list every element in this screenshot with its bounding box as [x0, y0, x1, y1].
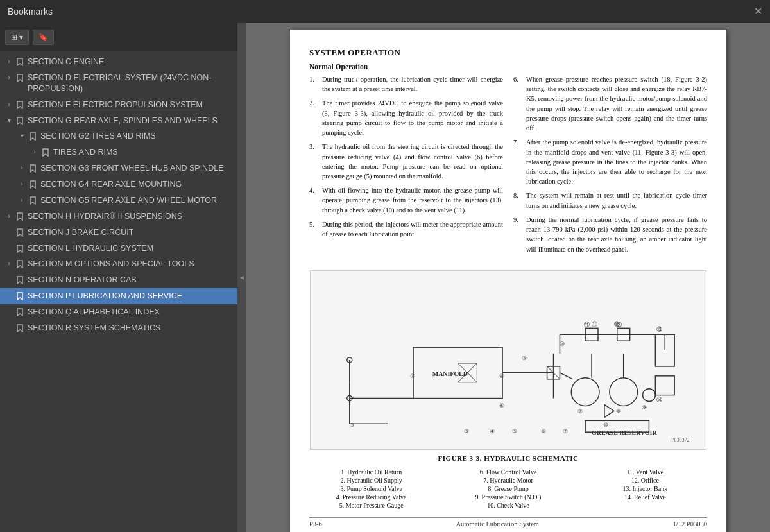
list-item: 4.With oil flowing into the hydraulic mo…: [309, 185, 503, 215]
figure-caption: FIGURE 3-3. HYDRAULIC SCHEMATIC: [309, 454, 707, 462]
sidebar-item-section-m[interactable]: › SECTION M OPTIONS AND SPECIAL TOOLS: [0, 256, 237, 272]
legend-item: 3. Pump Solenoid Valve: [309, 485, 433, 492]
item-label: SECTION G4 REAR AXLE MOUNTING: [40, 179, 232, 190]
list-number: 5.: [309, 219, 318, 239]
sidebar-item-section-g2[interactable]: ▾ SECTION G2 TIRES AND RIMS: [0, 128, 237, 144]
sidebar-item-section-g4[interactable]: › SECTION G4 REAR AXLE MOUNTING: [0, 176, 237, 193]
svg-text:⑥: ⑥: [499, 402, 504, 409]
item-label: SECTION N OPERATOR CAB: [28, 275, 232, 286]
item-label: SECTION J BRAKE CIRCUIT: [28, 227, 232, 238]
svg-text:⑦: ⑦: [563, 428, 568, 434]
list-text: During the normal lubrication cycle, if …: [526, 215, 707, 254]
legend-item: 5. Motor Pressure Gauge: [309, 502, 433, 509]
collapse-handle[interactable]: [237, 23, 246, 532]
svg-text:⑭: ⑭: [656, 396, 662, 402]
item-label: SECTION E ELECTRIC PROPULSION SYSTEM: [28, 99, 232, 110]
view-options-button[interactable]: ⊞ ▾: [5, 30, 29, 45]
svg-text:MANIFOLD: MANIFOLD: [432, 370, 468, 377]
bookmark-icon: [15, 117, 24, 125]
expand-icon: ▾: [3, 116, 15, 124]
dropdown-arrow-icon: ▾: [19, 33, 23, 42]
svg-text:⑫: ⑫: [614, 321, 620, 327]
right-column: 6.When grease pressure reaches pressure …: [513, 74, 707, 259]
sidebar-item-section-h[interactable]: › SECTION H HYDRAIR® II SUSPENSIONS: [0, 209, 237, 225]
list-number: 7.: [513, 137, 522, 186]
svg-text:⑧: ⑧: [616, 408, 621, 415]
bookmark-icon: [15, 324, 24, 332]
bookmark-icon: [41, 148, 50, 157]
bookmark-icon: 🔖: [38, 33, 48, 42]
item-label: SECTION H HYDRAIR® II SUSPENSIONS: [28, 211, 232, 222]
bookmark-icon: [15, 260, 24, 268]
item-label: SECTION Q ALPHABETICAL INDEX: [28, 307, 232, 318]
legend-col-1: 1. Hydraulic Oil Return2. Hydraulic Oil …: [309, 468, 433, 510]
bookmark-icon: [15, 276, 24, 284]
sidebar-item-section-c[interactable]: › SECTION C ENGINE: [0, 54, 237, 70]
bookmark-icon: [15, 74, 24, 82]
page-wrapper: SYSTEM OPERATION Normal Operation 1.Duri…: [246, 23, 770, 532]
item-label: SECTION G2 TIRES AND RIMS: [40, 131, 232, 142]
list-item: 5.During this period, the injectors will…: [309, 219, 503, 239]
sidebar-item-section-n[interactable]: SECTION N OPERATOR CAB: [0, 272, 237, 288]
list-number: 9.: [513, 215, 522, 254]
legend-col-3: 11. Vent Valve12. Orifice13. Injector Ba…: [583, 468, 707, 510]
list-number: 6.: [513, 74, 522, 133]
legend-area: 1. Hydraulic Oil Return2. Hydraulic Oil …: [309, 468, 707, 510]
left-list: 1.During truck operation, the lubricatio…: [309, 74, 503, 239]
svg-rect-0: [311, 271, 705, 449]
content-columns: 1.During truck operation, the lubricatio…: [309, 74, 707, 259]
diagram-container: 2 3 MANIFOLD ① ④ ⑤: [310, 270, 706, 450]
list-item: 3.The hydraulic oil from the steering ci…: [309, 142, 503, 181]
footer-center: Automatic Lubrication System: [456, 520, 538, 528]
legend-item: 1. Hydraulic Oil Return: [309, 468, 433, 476]
right-list: 6.When grease pressure reaches pressure …: [513, 74, 707, 254]
svg-text:P030372: P030372: [671, 437, 689, 443]
expand-icon: ›: [15, 180, 28, 188]
svg-text:⑬: ⑬: [656, 326, 662, 332]
expand-icon: ›: [3, 57, 15, 65]
sidebar-item-section-d[interactable]: › SECTION D ELECTRICAL SYSTEM (24VDC NON…: [0, 70, 237, 97]
grid-icon: ⊞: [11, 33, 17, 42]
sidebar-item-section-r[interactable]: SECTION R SYSTEM SCHEMATICS: [0, 320, 237, 336]
bookmark-icon: [15, 228, 24, 237]
bookmark-button[interactable]: 🔖: [33, 30, 54, 45]
sidebar-item-section-g3[interactable]: › SECTION G3 FRONT WHEEL HUB AND SPINDLE: [0, 160, 237, 176]
expand-icon: ›: [15, 196, 28, 204]
item-label: SECTION P LUBRICATION AND SERVICE: [28, 291, 232, 302]
expand-icon: ›: [28, 148, 41, 156]
close-button[interactable]: ✕: [754, 6, 762, 17]
legend-item: 4. Pressure Reducing Valve: [309, 493, 433, 501]
svg-text:①: ①: [410, 373, 415, 379]
sidebar-item-section-e[interactable]: › SECTION E ELECTRIC PROPULSION SYSTEM: [0, 97, 237, 113]
item-label: SECTION L HYDRAULIC SYSTEM: [28, 243, 232, 254]
sidebar-item-section-l[interactable]: SECTION L HYDRAULIC SYSTEM: [0, 241, 237, 257]
sidebar-item-section-g[interactable]: ▾ SECTION G REAR AXLE, SPINDLES AND WHEE…: [0, 113, 237, 129]
sidebar-item-section-p[interactable]: SECTION P LUBRICATION AND SERVICE: [0, 288, 237, 304]
sidebar-item-section-j[interactable]: SECTION J BRAKE CIRCUIT: [0, 225, 237, 241]
sidebar-item-section-q[interactable]: SECTION Q ALPHABETICAL INDEX: [0, 304, 237, 320]
svg-text:③: ③: [464, 428, 469, 434]
list-text: The system will remain at rest until the…: [526, 191, 707, 210]
svg-text:GREASE RESERVOIR: GREASE RESERVOIR: [592, 429, 657, 436]
legend-item: 12. Orifice: [583, 477, 707, 484]
legend-item: 2. Hydraulic Oil Supply: [309, 477, 433, 484]
sidebar-item-section-g5[interactable]: › SECTION G5 REAR AXLE AND WHEEL MOTOR: [0, 193, 237, 209]
panel-title: Bookmarks: [8, 6, 53, 17]
footer-right: 1/12 P03030: [673, 520, 707, 528]
item-label: SECTION G3 FRONT WHEEL HUB AND SPINDLE: [40, 163, 232, 174]
svg-text:④: ④: [490, 428, 495, 434]
expand-icon: ▾: [15, 132, 28, 140]
sidebar-item-tires-rims[interactable]: › TIRES AND RIMS: [0, 144, 237, 160]
item-label: TIRES AND RIMS: [53, 147, 232, 158]
list-text: With oil flowing into the hydraulic moto…: [322, 185, 503, 215]
item-label: SECTION R SYSTEM SCHEMATICS: [28, 323, 232, 334]
doc-area: SYSTEM OPERATION Normal Operation 1.Duri…: [237, 23, 770, 532]
expand-icon: ›: [3, 259, 15, 268]
expand-icon: ›: [15, 164, 28, 172]
sidebar-list: › SECTION C ENGINE› SECTION D ELECTRICAL…: [0, 51, 237, 532]
svg-text:⑩: ⑩: [603, 422, 608, 428]
bookmark-icon: [28, 132, 37, 141]
left-column: 1.During truck operation, the lubricatio…: [309, 74, 503, 259]
expand-icon: ›: [3, 212, 15, 220]
svg-text:⑤: ⑤: [512, 428, 517, 434]
